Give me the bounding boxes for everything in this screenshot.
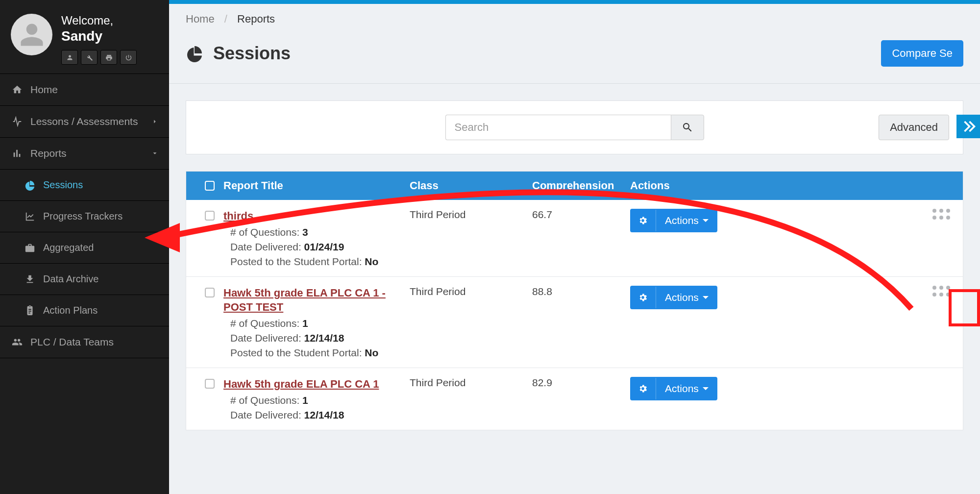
print-button[interactable]: [100, 50, 117, 65]
breadcrumb-separator: /: [224, 13, 227, 25]
content-area: Advanced Report Title Class Comprehensio…: [169, 84, 980, 447]
report-title-link[interactable]: Hawk 5th grade ELA PLC CA 1: [223, 377, 410, 392]
gear-icon: [638, 384, 648, 394]
gear-icon: [638, 293, 648, 302]
nav-label: Data Archive: [43, 273, 98, 285]
welcome-label: Welcome,: [61, 14, 137, 27]
row-checkbox[interactable]: [205, 379, 215, 389]
power-button[interactable]: [120, 50, 137, 65]
nav-label: Progress Trackers: [43, 211, 122, 222]
sidebar: Welcome, Sandy Home Lessons / Assessment…: [0, 0, 169, 494]
table-row: Hawk 5th grade ELA PLC CA 1 # of Questio…: [186, 368, 963, 430]
chevron-down-icon: [151, 150, 158, 157]
nav-aggregated[interactable]: Aggregated: [0, 232, 169, 264]
power-icon: [125, 54, 132, 61]
top-accent-bar: [169, 0, 980, 4]
table-header: Report Title Class Comprehension Actions: [186, 172, 963, 200]
row-class: Third Period: [410, 377, 508, 389]
search-wrap: [445, 115, 704, 140]
users-icon: [12, 337, 23, 347]
user-small-icon: [66, 54, 74, 61]
nav-reports[interactable]: Reports: [0, 138, 169, 170]
profile-button[interactable]: [61, 50, 78, 65]
header-class[interactable]: Class: [410, 179, 508, 192]
breadcrumb-home[interactable]: Home: [186, 13, 215, 25]
meta-questions: # of Questions: 3: [223, 226, 410, 238]
home-icon: [12, 84, 23, 95]
reports-table: Report Title Class Comprehension Actions…: [186, 171, 963, 430]
search-icon: [682, 122, 693, 133]
breadcrumb-current: Reports: [237, 13, 275, 25]
user-name: Sandy: [61, 28, 137, 44]
drag-handle[interactable]: [932, 209, 950, 220]
nav-home[interactable]: Home: [0, 74, 169, 106]
meta-questions: # of Questions: 1: [223, 318, 410, 329]
search-input[interactable]: [445, 115, 671, 140]
header-comprehension[interactable]: Comprehension: [508, 179, 630, 192]
table-row: thirds # of Questions: 3 Date Delivered:…: [186, 200, 963, 277]
row-comprehension: 88.8: [508, 286, 630, 297]
nav-lessons[interactable]: Lessons / Assessments: [0, 106, 169, 138]
nav-label: Home: [30, 84, 58, 96]
settings-button[interactable]: [81, 50, 98, 65]
row-comprehension: 82.9: [508, 377, 630, 389]
row-checkbox[interactable]: [205, 211, 215, 221]
caret-down-icon: [703, 387, 709, 390]
chevron-double-right-icon: [961, 119, 976, 134]
meta-posted: Posted to the Student Portal: No: [223, 347, 410, 359]
expand-panel-button[interactable]: [956, 115, 980, 138]
compare-sessions-button[interactable]: Compare Se: [881, 40, 963, 67]
nav-label: Lessons / Assessments: [30, 116, 138, 127]
main-nav: Home Lessons / Assessments Reports Sessi…: [0, 74, 169, 358]
nav-sessions[interactable]: Sessions: [0, 170, 169, 201]
row-actions-button[interactable]: Actions: [630, 286, 717, 309]
row-comprehension: 66.7: [508, 209, 630, 221]
report-title-link[interactable]: thirds: [223, 209, 410, 223]
bar-chart-icon: [12, 148, 23, 159]
caret-down-icon: [703, 219, 709, 222]
activity-icon: [12, 116, 23, 127]
meta-delivered: Date Delivered: 01/24/19: [223, 241, 410, 253]
line-chart-icon: [24, 211, 35, 222]
header-title[interactable]: Report Title: [223, 179, 410, 192]
page-title-wrap: Sessions: [186, 43, 291, 64]
meta-delivered: Date Delivered: 12/14/18: [223, 332, 410, 344]
meta-posted: Posted to the Student Portal: No: [223, 256, 410, 268]
page-title: Sessions: [213, 43, 291, 64]
download-icon: [24, 274, 35, 285]
pie-chart-icon: [24, 180, 35, 191]
nav-data-archive[interactable]: Data Archive: [0, 264, 169, 295]
drag-handle[interactable]: [932, 286, 950, 296]
advanced-search-button[interactable]: Advanced: [879, 115, 949, 140]
report-title-link[interactable]: Hawk 5th grade ELA PLC CA 1 - POST TEST: [223, 286, 410, 315]
pie-icon: [186, 45, 203, 62]
nav-progress-trackers[interactable]: Progress Trackers: [0, 201, 169, 232]
search-panel: Advanced: [186, 100, 963, 154]
avatar[interactable]: [11, 14, 52, 55]
nav-plc[interactable]: PLC / Data Teams: [0, 326, 169, 358]
search-button[interactable]: [671, 115, 704, 140]
chevron-right-icon: [151, 118, 158, 125]
row-checkbox[interactable]: [205, 288, 215, 297]
briefcase-icon: [24, 243, 35, 253]
row-actions-button[interactable]: Actions: [630, 377, 717, 400]
page-header: Sessions Compare Se: [169, 34, 980, 84]
row-class: Third Period: [410, 209, 508, 221]
sidebar-header: Welcome, Sandy: [0, 0, 169, 74]
breadcrumb: Home / Reports: [169, 4, 980, 34]
nav-label: Aggregated: [43, 242, 94, 253]
user-icon: [19, 22, 45, 48]
row-actions-button[interactable]: Actions: [630, 209, 717, 232]
select-all-checkbox[interactable]: [205, 181, 215, 191]
nav-action-plans[interactable]: Action Plans: [0, 295, 169, 326]
nav-label: Reports: [30, 148, 67, 159]
welcome-box: Welcome, Sandy: [61, 14, 137, 65]
row-class: Third Period: [410, 286, 508, 297]
clipboard-icon: [24, 305, 35, 316]
wrench-icon: [86, 54, 93, 61]
nav-label: PLC / Data Teams: [30, 336, 114, 348]
table-row: Hawk 5th grade ELA PLC CA 1 - POST TEST …: [186, 277, 963, 368]
gear-icon: [638, 216, 648, 225]
meta-questions: # of Questions: 1: [223, 395, 410, 406]
print-icon: [105, 54, 113, 61]
